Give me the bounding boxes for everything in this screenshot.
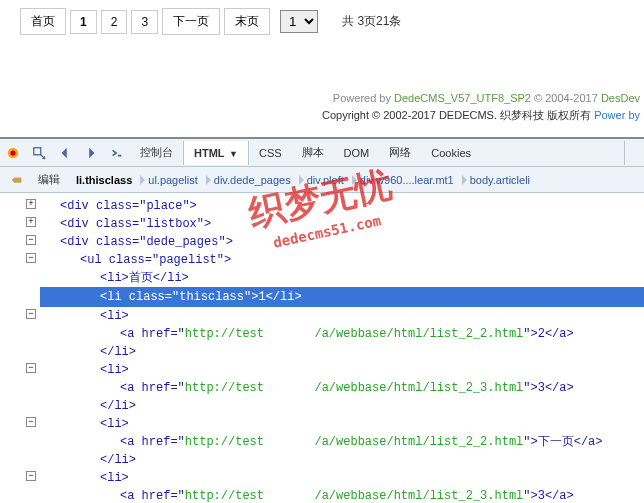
console-icon[interactable] [106, 142, 128, 164]
tab-script[interactable]: 脚本 [292, 139, 334, 166]
page-select[interactable]: 1 [280, 10, 318, 33]
collapse-toggle[interactable]: − [26, 253, 36, 263]
crumb-current[interactable]: li.thisclass [68, 171, 140, 189]
expand-toggle[interactable]: + [26, 199, 36, 209]
collapse-toggle[interactable]: − [26, 309, 36, 319]
crumb-item[interactable]: body.articleli [462, 171, 538, 189]
collapse-toggle[interactable]: − [26, 417, 36, 427]
power-by-link[interactable]: Power by [594, 109, 640, 121]
last-page-button[interactable]: 末页 [224, 8, 270, 35]
collapse-toggle[interactable]: − [26, 235, 36, 245]
expand-toggle[interactable]: + [26, 217, 36, 227]
tab-dom[interactable]: DOM [334, 141, 380, 165]
crumb-item[interactable]: div.pleft [299, 171, 352, 189]
devtools-tabbar: 控制台 HTML ▼ CSS 脚本 DOM 网络 Cookies [0, 139, 644, 167]
page-1[interactable]: 1 [70, 10, 97, 34]
prev-icon[interactable] [54, 142, 76, 164]
edit-button[interactable]: 编辑 [30, 169, 68, 190]
next-icon[interactable] [80, 142, 102, 164]
tab-html[interactable]: HTML ▼ [183, 141, 249, 165]
tab-network[interactable]: 网络 [379, 139, 421, 166]
dropdown-arrow-icon: ▼ [227, 149, 238, 159]
firebug-icon[interactable] [2, 142, 24, 164]
page-2[interactable]: 2 [101, 10, 128, 34]
devtools-panel: 控制台 HTML ▼ CSS 脚本 DOM 网络 Cookies 编辑 li.t… [0, 137, 644, 503]
page-3[interactable]: 3 [131, 10, 158, 34]
tab-cookies[interactable]: Cookies [421, 141, 481, 165]
selected-node[interactable]: <li class="thisclass">1</li> [40, 287, 644, 307]
product-link[interactable]: DedeCMS_V57_UTF8_SP2 [394, 92, 531, 104]
collapse-toggle[interactable]: − [26, 363, 36, 373]
first-page-button[interactable]: 首页 [20, 8, 66, 35]
crumb-item[interactable]: div.w960....lear.mt1 [352, 171, 462, 189]
company-link[interactable]: DesDev [601, 92, 640, 104]
breadcrumb-icon[interactable] [6, 169, 28, 191]
collapse-toggle[interactable]: − [26, 471, 36, 481]
footer: Powered by DedeCMS_V57_UTF8_SP2 © 2004-2… [0, 83, 644, 131]
crumb-item[interactable]: ul.pagelist [140, 171, 206, 189]
next-page-button[interactable]: 下一页 [162, 8, 220, 35]
svg-rect-2 [34, 147, 41, 154]
source-tree[interactable]: +<div class="place"> +<div class="listbo… [0, 193, 644, 503]
svg-point-1 [10, 150, 15, 155]
tab-css[interactable]: CSS [249, 141, 292, 165]
devtools-breadcrumb: 编辑 li.thisclass ul.pagelist div.dede_pag… [0, 167, 644, 193]
crumb-item[interactable]: div.dede_pages [206, 171, 299, 189]
inspect-icon[interactable] [28, 142, 50, 164]
search-area[interactable] [624, 141, 644, 165]
page-info: 共 3页21条 [342, 13, 401, 30]
pagination-bar: 首页 1 2 3 下一页 末页 1 共 3页21条 [0, 0, 644, 43]
tab-console[interactable]: 控制台 [130, 139, 183, 166]
